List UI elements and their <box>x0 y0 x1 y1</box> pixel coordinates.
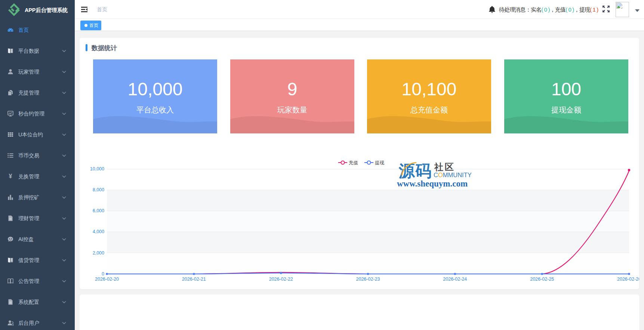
svg-text:www.shequym.com: www.shequym.com <box>397 179 468 188</box>
svg-text:2026-02-23: 2026-02-23 <box>356 277 380 282</box>
svg-text:2,000: 2,000 <box>93 250 104 256</box>
svg-text:6,000: 6,000 <box>93 208 104 213</box>
svg-text:2026-02-26: 2026-02-26 <box>617 277 639 282</box>
svg-text:2026-02-24: 2026-02-24 <box>443 277 467 282</box>
svg-text:提现: 提现 <box>375 160 385 166</box>
svg-text:10,000: 10,000 <box>90 166 104 172</box>
svg-text:2026-02-22: 2026-02-22 <box>269 277 293 282</box>
svg-text:充值: 充值 <box>349 160 358 166</box>
svg-text:2026-02-25: 2026-02-25 <box>530 277 554 282</box>
svg-text:COMMUNITY: COMMUNITY <box>434 172 472 178</box>
svg-text:4,000: 4,000 <box>93 229 104 234</box>
svg-text:社区: 社区 <box>434 162 455 172</box>
svg-text:2026-02-21: 2026-02-21 <box>182 277 206 282</box>
svg-text:2026-02-20: 2026-02-20 <box>95 277 119 282</box>
svg-text:0: 0 <box>102 271 104 277</box>
svg-text:8,000: 8,000 <box>93 187 104 192</box>
